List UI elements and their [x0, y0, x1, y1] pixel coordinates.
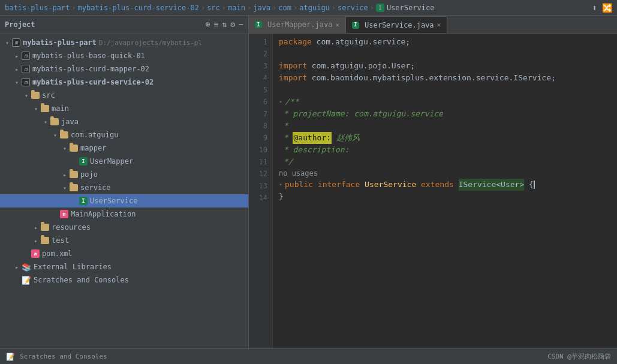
sidebar-icon-add[interactable]: ⊕	[206, 20, 210, 29]
status-left: 📝 Scratches and Consoles	[6, 353, 541, 361]
line-num-11: 11	[249, 156, 272, 168]
tree-item-java[interactable]: java	[0, 115, 248, 128]
iservice-highlight: IService<User>	[459, 179, 525, 191]
code-line-14	[279, 203, 617, 215]
code-editor[interactable]: 1 2 3 4 5 6 7 8 9 10 11 12 13 14	[249, 34, 617, 348]
project-tree: m mybatis-plus-part D:/javaprojects/myba…	[0, 34, 248, 348]
line-numbers: 1 2 3 4 5 6 7 8 9 10 11 12 13 14	[249, 34, 273, 348]
code-line-1: package com.atguigu.service;	[279, 36, 617, 48]
arrow-icon	[12, 64, 22, 74]
tree-item-mybatis-plus-part[interactable]: m mybatis-plus-part D:/javaprojects/myba…	[0, 36, 248, 49]
line-num-6: 6	[249, 96, 272, 108]
status-bar: 📝 Scratches and Consoles CSDN @芋泥肉松脑袋	[0, 348, 617, 364]
bc-userservice: UserService	[387, 4, 434, 12]
collapse-icon[interactable]: ▾	[279, 179, 282, 191]
code-line-12: ▾ public interface UserService extends I…	[279, 179, 617, 191]
sidebar-icon-sort[interactable]: ⇅	[222, 20, 227, 29]
tree-label: service	[80, 183, 111, 192]
tab-usermapper[interactable]: I UserMapper.java ✕	[249, 16, 346, 33]
tree-item-src[interactable]: src	[0, 89, 248, 102]
tree-item-test[interactable]: test	[0, 234, 248, 247]
collapse-icon[interactable]: ▾	[279, 96, 282, 108]
tree-label: java	[61, 118, 79, 126]
code-content[interactable]: package com.atguigu.service; import com.…	[273, 34, 617, 348]
bc-main[interactable]: main	[228, 4, 245, 12]
bc-com[interactable]: com	[278, 4, 291, 12]
status-right: CSDN @芋泥肉松脑袋	[547, 352, 611, 361]
scratch-status-label[interactable]: Scratches and Consoles	[20, 353, 107, 360]
code-line-2	[279, 48, 617, 60]
code-line-8: *	[279, 120, 617, 132]
sidebar-header: Project ⊕ ≡ ⇅ ⚙ −	[0, 16, 248, 34]
tree-item-mapper02[interactable]: m mybatis-plus-curd-mapper-02	[0, 62, 248, 76]
bc-iface-icon: I	[376, 4, 384, 12]
xml-icon: m	[60, 210, 68, 218]
sidebar-icon-lines[interactable]: ≡	[214, 20, 219, 29]
tree-item-userservice[interactable]: I UserService	[0, 194, 248, 207]
tree-label: mybatis-plus-part	[23, 38, 97, 47]
tree-label: UserService	[90, 197, 137, 205]
module-icon: m	[12, 38, 20, 47]
arrow-icon	[12, 262, 22, 272]
tree-item-service-folder[interactable]: service	[0, 181, 248, 194]
tab-label: UserMapper.java	[267, 20, 332, 29]
tree-label: Scratches and Consoles	[34, 276, 129, 284]
editor-area: I UserMapper.java ✕ I UserService.java ✕…	[249, 16, 617, 348]
line-num-4: 4	[249, 72, 272, 84]
tree-item-mapper[interactable]: mapper	[0, 142, 248, 155]
tree-item-scratches[interactable]: 📝 Scratches and Consoles	[0, 273, 248, 287]
tree-item-com-atguigu[interactable]: com.atguigu	[0, 128, 248, 142]
editor-tabs: I UserMapper.java ✕ I UserService.java ✕	[249, 16, 617, 34]
tree-item-resources[interactable]: resources	[0, 221, 248, 234]
iface-icon: I	[79, 197, 88, 205]
watermark-text: CSDN @芋泥肉松脑袋	[547, 352, 611, 361]
vcs-icon[interactable]: ⬆	[592, 3, 597, 13]
code-line-7: * projectName: com.atguigu.service	[279, 108, 617, 120]
folder-icon	[31, 92, 40, 99]
tree-item-main[interactable]: main	[0, 102, 248, 115]
tree-item-base-quick[interactable]: m mybatis-plus-base-quick-01	[0, 49, 248, 62]
tree-item-pomxml[interactable]: m pom.xml	[0, 247, 248, 260]
tab-userservice[interactable]: I UserService.java ✕	[346, 16, 447, 33]
line-num-10: 10	[249, 144, 272, 156]
tree-item-service02[interactable]: m mybatis-plus-curd-service-02	[0, 76, 248, 89]
tab-iface-icon: I	[352, 22, 359, 29]
annotation-highlight: @author:	[293, 132, 332, 144]
tab-close-button[interactable]: ✕	[437, 21, 441, 29]
sidebar-icon-gear[interactable]: ⚙	[230, 20, 235, 29]
line-num-1: 1	[249, 36, 272, 48]
line-num-13: 13	[249, 180, 272, 192]
arrow-icon	[60, 143, 70, 153]
code-line-13: }	[279, 191, 617, 203]
arrow-icon	[60, 183, 70, 192]
sidebar-title: Project	[5, 20, 206, 29]
arrow-icon	[31, 104, 41, 113]
sidebar-icon-minus[interactable]: −	[239, 20, 243, 29]
folder-icon	[41, 237, 49, 244]
nav-arrow-icon[interactable]: 🔀	[602, 3, 612, 13]
arrow-icon	[60, 170, 70, 179]
line-num-7: 7	[249, 108, 272, 120]
bc-src[interactable]: src	[207, 4, 220, 12]
bc-atguigu[interactable]: atguigu	[299, 4, 330, 12]
bc-batis[interactable]: batis-plus-part	[5, 4, 70, 12]
bc-java[interactable]: java	[253, 4, 270, 12]
module-icon: m	[22, 65, 30, 73]
tree-label: External Libraries	[34, 263, 112, 271]
bc-service[interactable]: service	[338, 4, 368, 12]
folder-icon	[41, 224, 49, 231]
tab-close-button[interactable]: ✕	[335, 21, 339, 29]
line-num-8: 8	[249, 120, 272, 132]
tree-label: resources	[52, 223, 91, 231]
bc-service02[interactable]: mybatis-plus-curd-service-02	[78, 4, 199, 12]
tree-item-extlibs[interactable]: 📚 External Libraries	[0, 260, 248, 273]
tree-item-usermapper[interactable]: I UserMapper	[0, 155, 248, 168]
code-line-3: import com.atguigu.pojo.User;	[279, 60, 617, 72]
tree-item-pojo[interactable]: pojo	[0, 168, 248, 181]
code-line-4: import com.baomidou.mybatisplus.extensio…	[279, 72, 617, 84]
tree-item-mainapplication[interactable]: m MainApplication	[0, 207, 248, 221]
tree-label: test	[52, 236, 69, 245]
code-line-10: * description:	[279, 144, 617, 156]
breadcrumb: batis-plus-part › mybatis-plus-curd-serv…	[0, 0, 617, 16]
tree-label: src	[42, 91, 55, 100]
